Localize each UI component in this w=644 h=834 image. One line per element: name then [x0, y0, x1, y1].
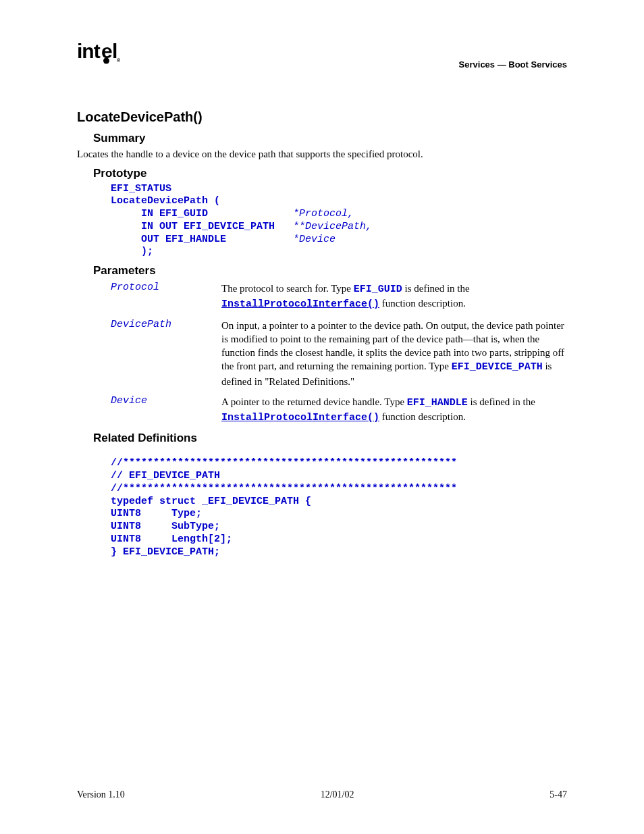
param-name: Protocol	[111, 282, 221, 293]
code-line: IN OUT EFI_DEVICE_PATH	[111, 221, 293, 232]
related-definitions-heading: Related Definitions	[93, 432, 567, 445]
param-row-device: Device A pointer to the returned device …	[111, 395, 567, 425]
link-install-protocol-interface[interactable]: InstallProtocolInterface()	[221, 412, 379, 423]
related-definitions-code: //**************************************…	[111, 457, 567, 558]
code-param: *Protocol,	[293, 208, 354, 219]
parameters-heading: Parameters	[93, 264, 567, 278]
page: int e l ® Services — Boot Services Locat…	[0, 0, 644, 834]
code-line: OUT EFI_HANDLE	[111, 234, 293, 245]
code-line: EFI_STATUS	[111, 183, 171, 194]
summary-text: Locates the handle to a device on the de…	[77, 148, 567, 161]
function-title: LocateDevicePath()	[77, 109, 567, 125]
param-row-protocol: Protocol The protocol to search for. Typ…	[111, 282, 567, 312]
param-desc: On input, a pointer to a pointer to the …	[221, 319, 567, 388]
param-name: Device	[111, 395, 221, 407]
param-row-devicepath: DevicePath On input, a pointer to a poin…	[111, 319, 567, 388]
svg-point-3	[103, 58, 109, 64]
prototype-heading: Prototype	[93, 167, 567, 180]
footer-date: 12/01/02	[321, 789, 354, 800]
summary-heading: Summary	[93, 132, 567, 145]
parameters-table: Protocol The protocol to search for. Typ…	[111, 282, 567, 425]
code-line: IN EFI_GUID	[111, 208, 293, 219]
footer-page-number: 5-47	[549, 789, 567, 800]
code-line: LocateDevicePath (	[111, 195, 220, 207]
footer-version: Version 1.10	[77, 789, 125, 800]
link-install-protocol-interface[interactable]: InstallProtocolInterface()	[221, 298, 379, 310]
param-desc: The protocol to search for. Type EFI_GUI…	[221, 282, 567, 312]
prototype-code: EFI_STATUS LocateDevicePath ( IN EFI_GUI…	[111, 183, 567, 259]
svg-text:int: int	[77, 41, 101, 62]
header-section-label: Services — Boot Services	[459, 59, 567, 70]
svg-text:®: ®	[117, 58, 120, 63]
intel-logo: int e l ®	[77, 41, 120, 65]
param-desc: A pointer to the returned device handle.…	[221, 395, 567, 425]
code-param: *Device	[293, 234, 336, 245]
code-line: );	[111, 246, 153, 257]
page-content: LocateDevicePath() Summary Locates the h…	[77, 42, 567, 558]
code-param: **DevicePath,	[293, 221, 372, 232]
page-footer: Version 1.10 12/01/02 5-47	[77, 789, 567, 800]
param-name: DevicePath	[111, 319, 221, 330]
